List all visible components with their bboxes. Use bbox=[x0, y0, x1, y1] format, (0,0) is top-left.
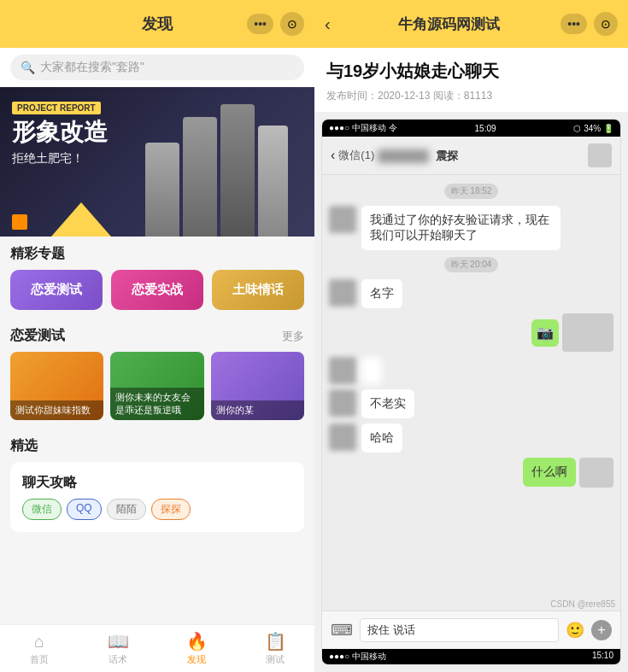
chat-screenshot: ●●●○ 中国移动 令 15:09 ⬡ 34% 🔋 ‹ 微信(1) 震探 昨天 … bbox=[321, 119, 621, 665]
selected-title: 精选 bbox=[10, 437, 38, 455]
right-dots-button[interactable]: ••• bbox=[561, 14, 587, 34]
chat-row-sent-image1: 📷 bbox=[329, 313, 613, 352]
topics-section-header: 精彩专题 bbox=[0, 237, 314, 270]
banner-figures bbox=[144, 87, 314, 237]
received-avatar-3 bbox=[329, 389, 356, 417]
tag-qq[interactable]: QQ bbox=[67, 499, 102, 520]
bottom-carrier: ●●●○ 中国移动 bbox=[329, 651, 386, 663]
sent-image-wrap: 📷 bbox=[531, 313, 613, 352]
bottom-nav: ⌂ 首页 📖 话术 🔥 发现 📋 测试 bbox=[0, 624, 314, 672]
nav-test[interactable]: 📋 测试 bbox=[236, 631, 314, 666]
back-button[interactable]: ‹ bbox=[325, 15, 331, 34]
add-button[interactable]: + bbox=[591, 620, 612, 640]
article-meta: 发布时间：2020-12-13 阅读：81113 bbox=[326, 89, 616, 103]
search-icon: 🔍 bbox=[21, 61, 35, 74]
figure-2 bbox=[183, 117, 217, 237]
tactics-icon: 📖 bbox=[108, 631, 129, 652]
tag-wechat[interactable]: 微信 bbox=[22, 499, 62, 520]
topic-love-test[interactable]: 恋爱测试 bbox=[10, 270, 103, 310]
time-badge-2: 昨天 20:04 bbox=[444, 257, 499, 272]
love-card-1-text: 测试你甜妹味指数 bbox=[10, 400, 103, 420]
figure-3 bbox=[220, 104, 255, 237]
discover-icon: 🔥 bbox=[186, 631, 208, 652]
emoji-button[interactable]: 🙂 bbox=[566, 621, 584, 640]
dots-menu-button[interactable]: ••• bbox=[247, 14, 273, 34]
nav-discover[interactable]: 🔥 发现 bbox=[157, 631, 236, 666]
wechat-header: ‹ 微信(1) 震探 bbox=[322, 137, 620, 175]
camera-button[interactable]: ⊙ bbox=[280, 12, 304, 36]
chat-bubble-name: 名字 bbox=[361, 279, 402, 308]
search-input[interactable]: 大家都在搜索"套路" bbox=[40, 60, 144, 75]
left-panel: 发现 ••• ⊙ 🔍 大家都在搜索"套路" PROJECT REPORT 形象改… bbox=[0, 0, 314, 672]
contact-name-blur bbox=[378, 149, 429, 163]
love-test-more[interactable]: 更多 bbox=[282, 329, 304, 344]
nav-test-label: 测试 bbox=[266, 653, 285, 666]
love-card-1[interactable]: 测试你甜妹味指数 bbox=[10, 352, 103, 420]
selected-card[interactable]: 聊天攻略 微信 QQ 陌陌 探探 bbox=[10, 462, 304, 532]
chat-row-verified: 我通过了你的好友验证请求，现在我们可以开始聊天了 bbox=[329, 206, 613, 250]
chat-bubble-naughty: 不老实 bbox=[361, 389, 414, 418]
topic-earthy-talk[interactable]: 土味情话 bbox=[212, 270, 304, 310]
banner-inner: PROJECT REPORT 形象改造 拒绝土肥宅！ bbox=[0, 87, 314, 237]
right-panel: ‹ 牛角源码网测试 ••• ⊙ 与19岁小姑娘走心聊天 发布时间：2020-12… bbox=[314, 0, 628, 672]
wechat-avatar-right bbox=[588, 143, 612, 167]
chat-bubble-verified: 我通过了你的好友验证请求，现在我们可以开始聊天了 bbox=[361, 206, 561, 250]
bottom-time: 15:10 bbox=[592, 651, 613, 663]
nav-home[interactable]: ⌂ 首页 bbox=[0, 632, 79, 666]
right-header: ‹ 牛角源码网测试 ••• ⊙ bbox=[314, 0, 628, 48]
phone-status-bar-bottom: ●●●○ 中国移动 15:10 bbox=[322, 649, 620, 664]
love-card-3[interactable]: 测你的某 bbox=[211, 352, 304, 420]
chat-row-haha: 哈哈 bbox=[329, 424, 613, 453]
wechat-label: 微信(1) bbox=[338, 148, 374, 163]
test-icon: 📋 bbox=[265, 631, 286, 652]
sent-green-bubble: 📷 bbox=[531, 319, 559, 347]
chat-bubble-haha: 哈哈 bbox=[361, 424, 402, 453]
received-avatar-blur bbox=[329, 357, 356, 384]
nav-tactics-label: 话术 bbox=[109, 653, 127, 666]
right-header-actions: ••• ⊙ bbox=[561, 12, 618, 36]
chat-bubble-blur bbox=[361, 357, 382, 384]
right-camera-button[interactable]: ⊙ bbox=[594, 12, 618, 36]
chat-row-blur bbox=[329, 357, 613, 384]
nav-tactics[interactable]: 📖 话术 bbox=[79, 631, 157, 666]
article-title: 与19岁小姑娘走心聊天 bbox=[326, 60, 616, 82]
home-icon: ⌂ bbox=[34, 632, 44, 652]
tags-row: 微信 QQ 陌陌 探探 bbox=[22, 499, 292, 520]
tag-momo[interactable]: 陌陌 bbox=[107, 499, 146, 520]
project-report-label: PROJECT REPORT bbox=[12, 102, 101, 114]
sent-image-thumb-2 bbox=[579, 458, 613, 488]
banner-decoration-triangle bbox=[51, 202, 111, 237]
search-bar: 🔍 大家都在搜索"套路" bbox=[0, 48, 314, 87]
right-header-title: 牛角源码网测试 bbox=[337, 15, 561, 34]
chat-input-field[interactable]: 按住 说话 bbox=[360, 618, 559, 642]
battery-label: ⬡ 34% 🔋 bbox=[573, 124, 613, 133]
love-test-cards: 测试你甜妹味指数 测你未来的女友会是乖还是叛逆哦 测你的某 bbox=[0, 352, 314, 429]
figure-1 bbox=[145, 143, 179, 237]
received-avatar-1 bbox=[329, 206, 356, 233]
keyboard-icon[interactable]: ⌨ bbox=[331, 621, 353, 640]
nav-home-label: 首页 bbox=[30, 653, 49, 666]
carrier-label: ●●●○ 中国移动 令 bbox=[329, 122, 397, 134]
wechat-contact-name: 震探 bbox=[378, 148, 588, 164]
banner-area[interactable]: PROJECT REPORT 形象改造 拒绝土肥宅！ bbox=[0, 87, 314, 237]
banner-decoration-rect bbox=[12, 214, 27, 230]
time-badge-1: 昨天 18:52 bbox=[444, 184, 499, 199]
received-avatar-4 bbox=[329, 424, 356, 451]
selected-card-title: 聊天攻略 bbox=[22, 474, 292, 492]
chat-row-naughty: 不老实 bbox=[329, 389, 613, 418]
love-card-2[interactable]: 测你未来的女友会是乖还是叛逆哦 bbox=[110, 352, 203, 420]
csdn-watermark: CSDN @rere855 bbox=[322, 598, 620, 611]
left-header-actions: ••• ⊙ bbox=[247, 12, 304, 36]
love-card-3-text: 测你的某 bbox=[211, 400, 304, 420]
sent-image-thumb-1 bbox=[562, 313, 613, 352]
search-input-wrap[interactable]: 🔍 大家都在搜索"套路" bbox=[10, 55, 304, 80]
received-avatar-2 bbox=[329, 279, 356, 307]
banner-text-area: PROJECT REPORT 形象改造 拒绝土肥宅！ bbox=[12, 99, 108, 167]
banner-subtitle: 拒绝土肥宅！ bbox=[12, 151, 108, 167]
selected-section: 精选 聊天攻略 微信 QQ 陌陌 探探 bbox=[0, 429, 314, 539]
wechat-back-button[interactable]: ‹ bbox=[331, 148, 335, 163]
topics-section-title: 精彩专题 bbox=[10, 245, 65, 263]
topic-love-practice[interactable]: 恋爱实战 bbox=[111, 270, 203, 310]
tag-tantan[interactable]: 探探 bbox=[151, 499, 191, 520]
chat-body[interactable]: 昨天 18:52 我通过了你的好友验证请求，现在我们可以开始聊天了 昨天 20:… bbox=[322, 175, 620, 598]
